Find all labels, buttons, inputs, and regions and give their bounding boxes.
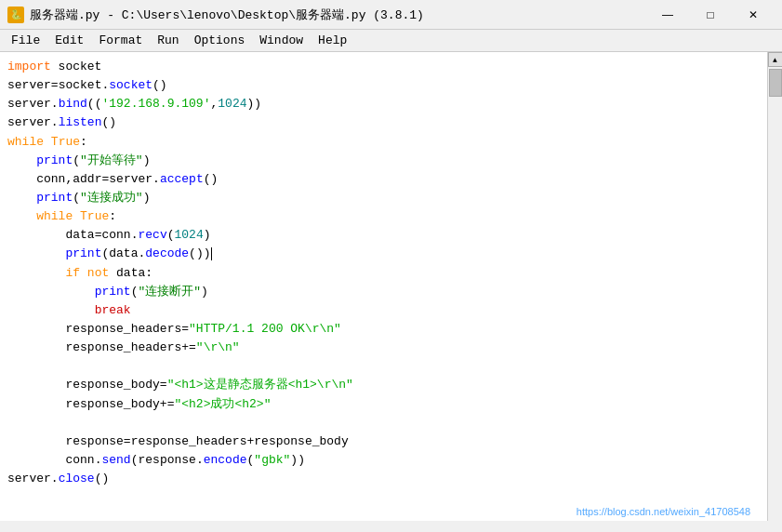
code-line-4: server.listen() [7,113,760,132]
editor[interactable]: import socket server=socket.socket() ser… [0,52,782,521]
code-line-9: while True: [7,207,760,226]
menu-edit[interactable]: Edit [47,32,91,49]
code-line-15: response_headers="HTTP/1.1 200 OK\r\n" [7,320,760,339]
code-line-16: response_headers+="\r\n" [7,339,760,357]
minimize-button[interactable]: — [646,0,689,30]
code-line-17 [7,357,760,376]
code-area[interactable]: import socket server=socket.socket() ser… [0,52,767,521]
menubar: File Edit Format Run Options Window Help [0,30,782,52]
window-controls: — □ ✕ [646,0,775,30]
menu-run[interactable]: Run [150,32,186,49]
code-line-18: response_body="<h1>这是静态服务器<h1>\r\n" [7,376,760,394]
code-line-21: response=response_headers+response_body [7,432,760,451]
code-line-6: print("开始等待") [7,152,760,170]
code-line-3: server.bind(('192.168.9.109',1024)) [7,95,760,113]
menu-file[interactable]: File [4,32,47,49]
code-line-13: print("连接断开") [7,283,760,301]
menu-options[interactable]: Options [187,32,253,49]
watermark: https://blog.csdn.net/weixin_41708548 [577,506,750,517]
code-line-12: if not data: [7,264,760,283]
code-line-22: conn.send(response.encode("gbk")) [7,451,760,470]
menu-help[interactable]: Help [311,32,354,49]
titlebar: 🐍 服务器端.py - C:\Users\lenovo\Desktop\服务器端… [0,0,782,30]
scroll-up-arrow[interactable]: ▲ [768,52,783,67]
code-line-10: data=conn.recv(1024) [7,226,760,245]
code-line-11: print(data.decode()) [7,245,760,263]
code-line-2: server=socket.socket() [7,76,760,95]
code-line-19: response_body+="<h2>成功<h2>" [7,395,760,414]
scrollbar-right[interactable]: ▲ [767,52,782,521]
close-button[interactable]: ✕ [732,0,775,30]
code-line-1: import socket [7,58,760,76]
code-line-5: while True: [7,133,760,152]
app-icon: 🐍 [7,7,24,23]
maximize-button[interactable]: □ [689,0,732,30]
menu-format[interactable]: Format [91,32,150,49]
code-line-7: conn,addr=server.accept() [7,170,760,189]
menu-window[interactable]: Window [252,32,311,49]
code-line-14: break [7,301,760,320]
code-line-23: server.close() [7,470,760,488]
scroll-thumb[interactable] [769,69,782,97]
code-line-8: print("连接成功") [7,189,760,207]
window-title: 服务器端.py - C:\Users\lenovo\Desktop\服务器端.p… [30,7,646,23]
code-line-20 [7,414,760,432]
